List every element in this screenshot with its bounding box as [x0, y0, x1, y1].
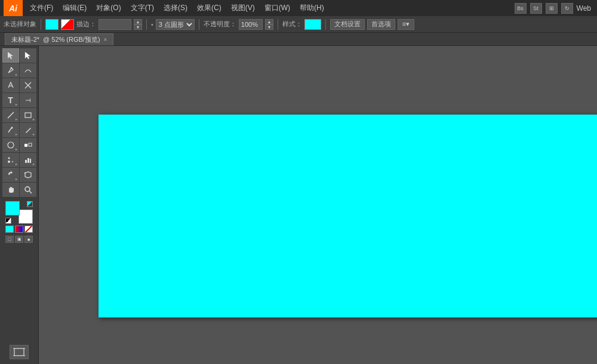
prefs-btn[interactable]: 首选项 [367, 19, 395, 30]
grid-icon[interactable]: ⊞ [546, 3, 558, 14]
opacity-up-btn[interactable]: ▲ [265, 19, 273, 24]
menu-select[interactable]: 选择(S) [159, 0, 192, 16]
bridge-icon[interactable]: Bs [515, 3, 527, 14]
separator-1 [41, 19, 41, 30]
graph-tool[interactable]: ▸ [20, 153, 36, 167]
svg-rect-13 [25, 160, 27, 163]
normal-screen-btn[interactable]: □ [5, 236, 14, 243]
zoom-tool[interactable] [20, 183, 36, 197]
direct-select-tool[interactable] [20, 48, 36, 63]
menu-view[interactable]: 视图(V) [226, 0, 260, 16]
color-picker-area [3, 201, 35, 224]
top-bar-right: Bs St ⊞ ↻ Web [515, 3, 593, 14]
stroke-label: 描边： [76, 20, 96, 29]
doc-settings-btn[interactable]: 文档设置 [330, 19, 365, 30]
tab-title: 未标题-2* [11, 35, 39, 44]
bullet: • [151, 21, 153, 28]
line-tool[interactable]: ▸ [2, 108, 19, 122]
selection-tool[interactable] [2, 48, 19, 63]
free-transform-tool[interactable] [20, 168, 36, 182]
svg-point-2 [10, 67, 12, 69]
swap-colors-btn[interactable] [27, 201, 33, 207]
artboard-btn[interactable] [10, 345, 29, 359]
tool-row-9: ▸ [2, 168, 36, 182]
stroke-input[interactable] [99, 19, 131, 30]
tab-bar: 未标题-2* @ 52% (RGB/预览) × [0, 33, 597, 46]
tab-close-btn[interactable]: × [104, 36, 107, 43]
pencil-tool[interactable]: ▸ [20, 123, 36, 137]
menu-window[interactable]: 窗口(W) [260, 0, 295, 16]
scissors-tool[interactable] [20, 78, 36, 92]
document-tab[interactable]: 未标题-2* @ 52% (RGB/预览) × [5, 33, 113, 45]
blend-tool[interactable] [20, 138, 36, 152]
full-screen-menu-btn[interactable]: ▣ [15, 236, 23, 243]
color-mode-row [5, 226, 33, 233]
type-tool[interactable]: T ▸ [2, 93, 19, 107]
gradient-mode-btn[interactable] [15, 226, 23, 233]
screen-mode-row: □ ▣ ■ [5, 236, 33, 243]
fill-color-swatch[interactable] [45, 19, 59, 30]
web-label: Web [577, 4, 591, 13]
color-mode-btn[interactable] [5, 226, 14, 233]
menu-file[interactable]: 文件(F) [25, 0, 58, 16]
full-screen-btn[interactable]: ■ [24, 236, 33, 243]
style-label: 样式： [282, 20, 302, 29]
pen-tool[interactable]: ▸ [2, 63, 19, 78]
stroke-color-box[interactable] [19, 209, 33, 224]
canvas-area[interactable] [39, 46, 597, 364]
opacity-input[interactable] [239, 19, 263, 30]
tool-row-6: ▸ ▸ [2, 123, 36, 137]
curvature-tool[interactable] [20, 63, 36, 78]
opacity-label: 不透明度： [204, 20, 236, 29]
menu-bar: Ai 文件(F) 编辑(E) 对象(O) 文字(T) 选择(S) 效果(C) 视… [0, 0, 597, 16]
svg-rect-9 [29, 143, 32, 146]
fill-color-box[interactable] [5, 201, 20, 215]
svg-point-12 [8, 158, 10, 159]
style-swatch[interactable] [304, 19, 321, 30]
menu-text[interactable]: 文字(T) [126, 0, 159, 16]
default-colors-btn[interactable] [5, 218, 11, 224]
extra-btn[interactable]: ≡▾ [398, 19, 414, 30]
properties-bar: 未选择对象 描边： ▲ ▼ • 3 点圆形 不透明度： ▲ ▼ 样式： 文档设置… [0, 16, 597, 33]
paintbrush-tool[interactable]: ▸ [2, 123, 19, 137]
none-mode-btn[interactable] [24, 226, 33, 233]
opacity-down-btn[interactable]: ▼ [265, 24, 273, 30]
svg-point-17 [25, 187, 30, 192]
svg-point-10 [8, 161, 10, 163]
tool-row-5: ▸ ▸ [2, 108, 36, 122]
tool-row-4: T ▸ T [2, 93, 36, 107]
separator-3 [199, 19, 199, 30]
separator-4 [278, 19, 278, 30]
svg-point-11 [12, 161, 13, 162]
svg-point-7 [8, 142, 14, 148]
svg-rect-15 [30, 159, 31, 163]
sync-icon[interactable]: ↻ [561, 3, 573, 14]
rotate-tool[interactable]: ▸ [2, 168, 19, 182]
rectangle-tool[interactable]: ▸ [20, 108, 36, 122]
eraser-tool[interactable]: ▸ [2, 138, 19, 152]
tool-row-8: ▸ ▸ [2, 153, 36, 167]
svg-marker-0 [8, 52, 13, 59]
tab-info: @ 52% (RGB/预览) [43, 35, 100, 44]
left-toolbar: ▸ T ▸ T [0, 46, 39, 364]
svg-marker-1 [25, 52, 30, 59]
type-vertical-tool[interactable]: T [20, 93, 36, 107]
svg-point-6 [11, 127, 13, 129]
separator-5 [325, 19, 326, 30]
menu-effect[interactable]: 效果(C) [192, 0, 226, 16]
menu-edit[interactable]: 编辑(E) [58, 0, 91, 16]
menu-help[interactable]: 帮助(H) [295, 0, 329, 16]
tool-row-1 [2, 48, 36, 63]
stroke-down-btn[interactable]: ▼ [134, 24, 142, 30]
stroke-color-swatch[interactable] [61, 19, 74, 30]
app-logo: Ai [4, 0, 23, 16]
anchor-tool[interactable] [2, 78, 19, 92]
menu-object[interactable]: 对象(O) [91, 0, 125, 16]
symbol-tool[interactable]: ▸ [2, 153, 19, 167]
stock-icon[interactable]: St [530, 3, 542, 14]
point-shape-dropdown[interactable]: 3 点圆形 [156, 19, 195, 30]
svg-rect-5 [25, 113, 31, 118]
stroke-up-btn[interactable]: ▲ [134, 19, 142, 24]
main-area: ▸ T ▸ T [0, 46, 597, 364]
hand-tool[interactable] [2, 183, 19, 197]
